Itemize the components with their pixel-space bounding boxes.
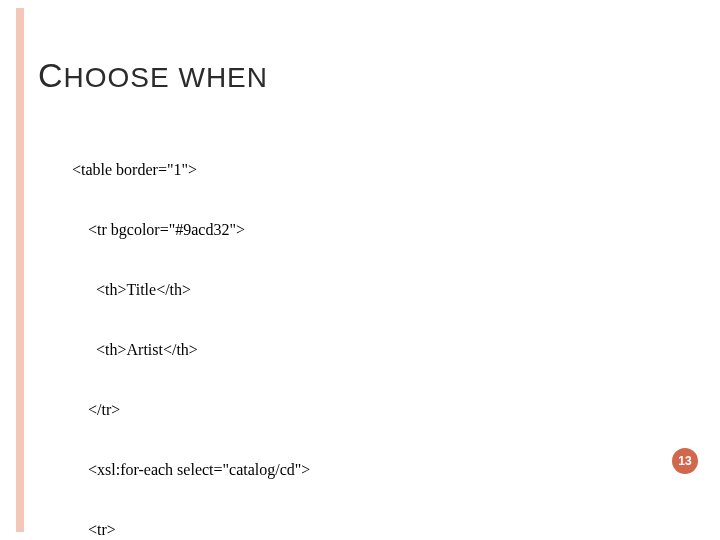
left-accent-bar bbox=[16, 8, 24, 532]
title-rest: HOOSE WHEN bbox=[64, 62, 268, 93]
code-line: <th>Artist</th> bbox=[72, 340, 371, 360]
page-number-badge: 13 bbox=[672, 448, 698, 474]
page-number: 13 bbox=[678, 454, 691, 468]
code-line: <xsl:for-each select="catalog/cd"> bbox=[72, 460, 371, 480]
code-line: <tr> bbox=[72, 520, 371, 540]
slide-title: CHOOSE WHEN bbox=[38, 56, 268, 95]
code-block: <table border="1"> <tr bgcolor="#9acd32"… bbox=[72, 120, 371, 540]
code-line: <table border="1"> bbox=[72, 160, 371, 180]
slide: CHOOSE WHEN <table border="1"> <tr bgcol… bbox=[0, 0, 720, 540]
code-line: <tr bgcolor="#9acd32"> bbox=[72, 220, 371, 240]
code-line: <th>Title</th> bbox=[72, 280, 371, 300]
code-line: </tr> bbox=[72, 400, 371, 420]
title-first-letter: C bbox=[38, 56, 64, 94]
